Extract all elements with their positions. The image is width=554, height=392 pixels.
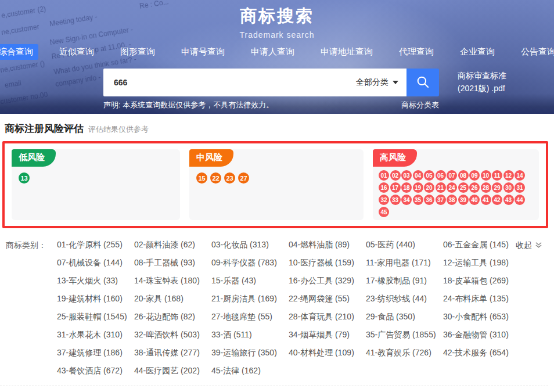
- category-link[interactable]: 01-化学原料 (255): [57, 240, 134, 250]
- class-badge[interactable]: 31: [515, 182, 525, 193]
- category-link[interactable]: 28-体育玩具 (210): [289, 312, 366, 322]
- class-badge[interactable]: 07: [447, 170, 457, 181]
- class-badge[interactable]: 21: [436, 182, 446, 193]
- category-link[interactable]: 26-花边配饰 (82): [134, 312, 211, 322]
- category-link[interactable]: 43-餐饮酒店 (672): [57, 366, 134, 376]
- class-badge[interactable]: 05: [424, 170, 434, 181]
- class-badge[interactable]: 09: [469, 170, 480, 181]
- class-badge[interactable]: 04: [413, 170, 423, 181]
- class-badge[interactable]: 43: [503, 195, 514, 205]
- class-badge[interactable]: 36: [424, 195, 434, 205]
- class-badge[interactable]: 32: [379, 195, 389, 205]
- category-link[interactable]: 02-颜料油漆 (62): [134, 240, 211, 250]
- class-badge[interactable]: 25: [458, 182, 469, 193]
- search-button[interactable]: [406, 69, 439, 96]
- category-link[interactable]: 44-医疗园艺 (202): [134, 366, 211, 376]
- class-badge[interactable]: 38: [447, 195, 457, 205]
- search-type-tab[interactable]: 近似查询: [54, 44, 99, 60]
- search-type-tab[interactable]: 申请号查询: [176, 44, 230, 60]
- search-type-tab[interactable]: 企业查询: [455, 44, 500, 60]
- class-badge[interactable]: 42: [492, 195, 502, 205]
- search-type-tab[interactable]: 图形查询: [115, 44, 160, 60]
- category-link[interactable]: 33-酒 (511): [211, 330, 289, 340]
- category-link[interactable]: 06-五金金属 (145): [443, 240, 520, 250]
- category-link[interactable]: 30-小食配料 (653): [443, 312, 520, 322]
- class-badge[interactable]: 33: [390, 195, 401, 205]
- class-badge[interactable]: 19: [413, 182, 423, 193]
- class-badge[interactable]: 06: [436, 170, 446, 181]
- search-type-tab[interactable]: 代理查询: [394, 44, 439, 60]
- category-link[interactable]: 27-地毯席垫 (55): [211, 312, 289, 322]
- category-link[interactable]: 17-橡胶制品 (91): [366, 276, 443, 286]
- search-input[interactable]: [114, 78, 350, 87]
- class-badge[interactable]: 41: [481, 195, 491, 205]
- class-badge[interactable]: 17: [390, 182, 401, 193]
- category-link[interactable]: 31-水果花木 (310): [57, 330, 134, 340]
- category-link[interactable]: 40-材料处理 (109): [289, 348, 366, 358]
- category-link[interactable]: 21-厨房洁具 (169): [211, 294, 289, 304]
- category-link[interactable]: 35-广告贸易 (1855): [366, 330, 443, 340]
- category-link[interactable]: 13-军火烟火 (33): [57, 276, 134, 286]
- search-type-tab[interactable]: 综合查询: [0, 44, 38, 60]
- class-badge[interactable]: 10: [481, 170, 491, 181]
- class-badge[interactable]: 08: [458, 170, 469, 181]
- category-link[interactable]: 36-金融物管 (310): [443, 330, 520, 340]
- class-badge[interactable]: 35: [413, 195, 423, 205]
- search-type-tab[interactable]: 申请人查询: [246, 44, 300, 60]
- category-link[interactable]: 09-科学仪器 (783): [211, 258, 289, 268]
- class-badge[interactable]: 39: [458, 195, 469, 205]
- category-link[interactable]: 24-布料床单 (135): [443, 294, 520, 304]
- category-link[interactable]: 38-通讯传媒 (277): [134, 348, 211, 358]
- category-dropdown[interactable]: 全部分类: [350, 77, 398, 88]
- category-link[interactable]: 22-绳网袋篷 (55): [289, 294, 366, 304]
- category-link[interactable]: 03-化妆品 (313): [211, 240, 289, 250]
- classification-table-link[interactable]: 商标分类表: [383, 100, 439, 110]
- category-link[interactable]: 20-家具 (168): [134, 294, 211, 304]
- category-link[interactable]: 12-运输工具 (198): [443, 258, 520, 268]
- category-link[interactable]: 25-服装鞋帽 (1545): [57, 312, 134, 322]
- class-badge[interactable]: 15: [196, 172, 207, 184]
- category-link[interactable]: 16-办公工具 (329): [289, 276, 366, 286]
- search-type-tab[interactable]: 公告查询: [516, 44, 554, 60]
- category-link[interactable]: 37-建筑修理 (186): [57, 348, 134, 358]
- category-link[interactable]: 18-皮革箱包 (269): [443, 276, 520, 286]
- class-badge[interactable]: 26: [469, 182, 480, 193]
- class-badge[interactable]: 13: [19, 172, 30, 184]
- class-badge[interactable]: 24: [447, 182, 457, 193]
- category-link[interactable]: 08-手工器械 (93): [134, 258, 211, 268]
- class-badge[interactable]: 02: [390, 170, 401, 181]
- class-badge[interactable]: 30: [503, 182, 514, 193]
- class-badge[interactable]: 16: [379, 182, 389, 193]
- category-link[interactable]: 15-乐器 (43): [211, 276, 289, 286]
- class-badge[interactable]: 27: [238, 172, 249, 184]
- category-link[interactable]: 05-医药 (440): [366, 240, 443, 250]
- class-badge[interactable]: 12: [503, 170, 514, 181]
- class-badge[interactable]: 14: [515, 170, 525, 181]
- category-link[interactable]: 14-珠宝钟表 (180): [134, 276, 211, 286]
- category-link[interactable]: 10-医疗器械 (159): [289, 258, 366, 268]
- category-link[interactable]: 29-食品 (350): [366, 312, 443, 322]
- category-link[interactable]: 45-法律 (162): [211, 366, 289, 376]
- search-type-tab[interactable]: 申请地址查询: [315, 44, 378, 60]
- class-badge[interactable]: 23: [224, 172, 235, 184]
- class-badge[interactable]: 20: [424, 182, 434, 193]
- category-link[interactable]: 39-运输旅行 (350): [211, 348, 289, 358]
- class-badge[interactable]: 01: [379, 170, 389, 181]
- class-badge[interactable]: 44: [515, 195, 525, 205]
- category-link[interactable]: 11-家用电器 (171): [366, 258, 443, 268]
- category-link[interactable]: 42-技术服务 (654): [443, 348, 520, 358]
- class-badge[interactable]: 40: [469, 195, 480, 205]
- category-link[interactable]: 07-机械设备 (144): [57, 258, 134, 268]
- class-badge[interactable]: 45: [379, 207, 389, 217]
- category-link[interactable]: 23-纺织纱线 (44): [366, 294, 443, 304]
- category-link[interactable]: 41-教育娱乐 (726): [366, 348, 443, 358]
- category-link[interactable]: 04-燃料油脂 (89): [289, 240, 366, 250]
- class-badge[interactable]: 28: [481, 182, 491, 193]
- class-badge[interactable]: 37: [436, 195, 446, 205]
- class-badge[interactable]: 34: [401, 195, 412, 205]
- collapse-control[interactable]: 收起: [516, 240, 542, 251]
- examination-standard-pdf-link[interactable]: 商标审查标准 (2021版) .pdf: [458, 70, 506, 95]
- class-badge[interactable]: 29: [492, 182, 502, 193]
- class-badge[interactable]: 22: [210, 172, 221, 184]
- class-badge[interactable]: 03: [401, 170, 412, 181]
